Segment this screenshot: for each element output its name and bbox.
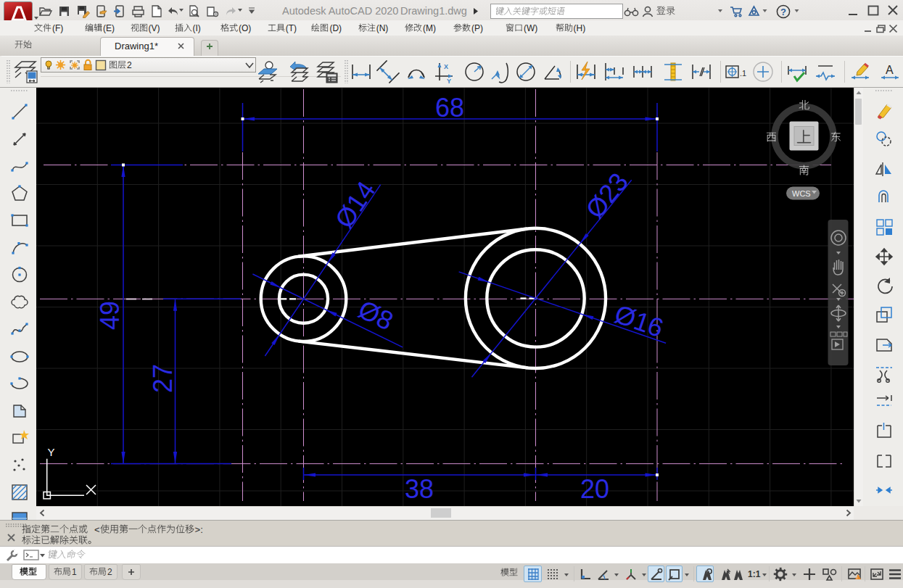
svg-text:38: 38 xyxy=(405,474,434,504)
svg-text:X: X xyxy=(444,63,448,70)
svg-text:49: 49 xyxy=(95,301,125,330)
svg-text:?: ? xyxy=(780,7,786,17)
svg-text:Y: Y xyxy=(447,78,451,83)
svg-text:27: 27 xyxy=(148,364,178,393)
svg-text:68: 68 xyxy=(435,93,464,123)
svg-text:.1: .1 xyxy=(740,69,746,78)
svg-text:Y: Y xyxy=(48,446,55,458)
svg-text:A: A xyxy=(886,64,894,76)
svg-text:20: 20 xyxy=(580,474,609,504)
svg-text:WCS: WCS xyxy=(792,189,811,198)
